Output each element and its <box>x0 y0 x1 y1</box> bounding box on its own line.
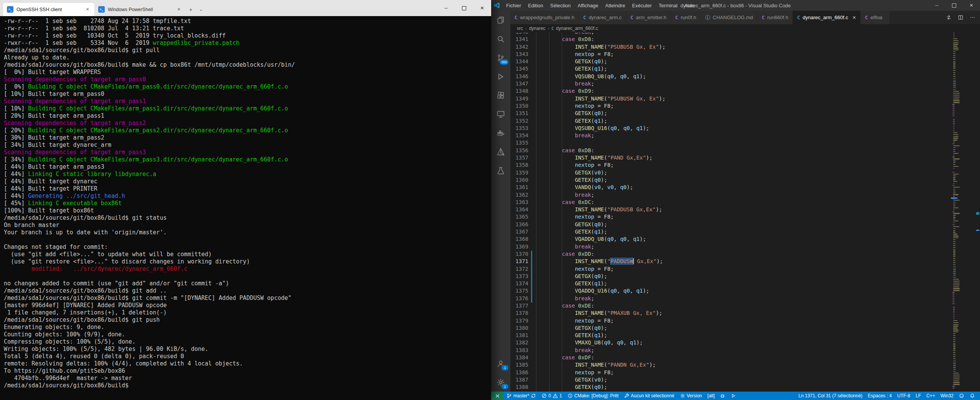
terminal-line: Scanning dependencies of target arm_pass… <box>4 149 491 156</box>
activity-item-source-control[interactable]: 360 <box>491 48 510 67</box>
code-editor[interactable]: 1340 break;1341 case 0xD8:1342 INST_NAME… <box>510 33 980 392</box>
status-branch-status[interactable]: master* <box>504 392 539 400</box>
overview-ruler[interactable] <box>975 33 980 392</box>
activity-item-accounts[interactable]: 1 <box>491 354 510 373</box>
tab-run0f-h[interactable]: Crun0f.h <box>671 11 701 24</box>
activity-item-testing[interactable] <box>491 161 510 180</box>
menu-item-terminal[interactable]: Terminal <box>655 0 681 11</box>
minimize-button[interactable]: ─ <box>928 0 945 11</box>
menu-item-excuter[interactable]: Exécuter <box>629 0 655 11</box>
code-line: 1366 GETGX(q0); <box>510 221 949 229</box>
tab-elfloa[interactable]: Celfloa <box>861 11 890 24</box>
code-line: 1344 GETGX(q0); <box>510 58 949 66</box>
minimize-button[interactable]: ─ <box>437 0 455 16</box>
breadcrumb-item[interactable]: dynarec <box>529 26 546 31</box>
tab-arm-emitter-h[interactable]: Carm_emitter.h <box>626 11 671 24</box>
code-line: 1357 INST_NAME("PAND Gx,Ex"); <box>510 155 949 162</box>
status-language-mode[interactable]: C++ <box>924 392 938 400</box>
code-line: 1369 break; <box>510 244 949 251</box>
new-tab-button[interactable]: + <box>186 3 196 16</box>
close-button[interactable]: ✕ <box>963 0 980 11</box>
status-feedback[interactable] <box>956 392 967 400</box>
code-text: case 0xD8: <box>536 36 594 43</box>
code-line: 1359 GETGX(v0); <box>510 170 949 177</box>
minimap-line <box>953 66 955 67</box>
minimap-line <box>953 328 957 328</box>
modified-line-indicator <box>531 273 532 280</box>
activity-item-docker[interactable] <box>491 123 510 142</box>
terminal-titlebar[interactable]: >_OpenSSH SSH client✕>_Windows PowerShel… <box>0 0 491 16</box>
code-line: 1355 <box>510 140 949 147</box>
activity-bar: 36011 <box>491 11 510 392</box>
breadcrumb[interactable]: src›dynarec›Cdynarec_arm_660f.c <box>510 24 980 33</box>
minimap-line <box>953 266 956 267</box>
line-number: 1375 <box>510 288 528 295</box>
menu-item-slection[interactable]: Sélection <box>547 0 574 11</box>
maximize-button[interactable] <box>945 0 963 11</box>
menu-item-edition[interactable]: Edition <box>525 0 547 11</box>
open-changes-icon[interactable] <box>946 15 952 20</box>
status-cursor-position[interactable]: Ln 1371, Col 31 (7 sélectionné) <box>796 392 865 400</box>
close-tab-button[interactable]: ✕ <box>852 15 856 20</box>
menu-item-fichier[interactable]: Fichier <box>503 0 525 11</box>
tab-run660f-h[interactable]: Crun660f.h <box>757 11 793 24</box>
close-tab-button[interactable]: ✕ <box>84 7 91 13</box>
status-eol[interactable]: LF <box>913 392 924 400</box>
minimap-line <box>953 59 955 60</box>
file-type-icon: i <box>705 15 710 20</box>
line-number: 1359 <box>510 170 528 177</box>
activity-item-cmake[interactable] <box>491 142 510 161</box>
more-actions-icon[interactable] <box>970 15 975 20</box>
status-cmake-target[interactable]: [all] <box>705 392 718 400</box>
modified-line-indicator <box>531 251 532 258</box>
minimap-line <box>953 254 955 255</box>
breadcrumb-item[interactable]: src <box>517 26 523 31</box>
play-icon <box>731 393 736 398</box>
status-platform[interactable]: Win32 <box>938 392 956 400</box>
tab-dynarec-arm-c[interactable]: Cdynarec_arm.c <box>579 11 626 24</box>
minimap[interactable] <box>950 33 975 392</box>
activity-item-search[interactable] <box>491 30 510 48</box>
close-tab-button[interactable]: ✕ <box>176 7 182 13</box>
tab-dropdown-button[interactable]: ⌄ <box>196 3 206 16</box>
terminal-tab[interactable]: >_OpenSSH SSH client✕ <box>3 3 94 16</box>
status-problems[interactable]: 01 <box>539 392 564 400</box>
code-line: 1354 break; <box>510 132 949 140</box>
close-button[interactable]: ✕ <box>473 0 491 16</box>
testing-icon <box>496 166 505 175</box>
activity-item-remote-explorer[interactable] <box>491 105 510 123</box>
vscode-window: FichierEditionSélectionAffichageAtteindr… <box>491 0 980 400</box>
tab-CHANGELOG-md[interactable]: iCHANGELOG.md <box>701 11 758 24</box>
terminal-output[interactable]: -rw-r--r-- 1 seb seb 2748 Aug 24 17:58 t… <box>0 16 491 389</box>
activity-item-settings[interactable]: 1 <box>491 373 510 392</box>
minimap-line <box>953 213 960 214</box>
maximize-button[interactable] <box>455 0 473 16</box>
code-line: 1348 case 0xD9: <box>510 88 949 95</box>
menu-item-atteindre[interactable]: Atteindre <box>602 0 629 11</box>
split-editor-icon[interactable] <box>958 15 964 20</box>
activity-item-run-debug[interactable] <box>491 67 510 86</box>
status-indentation[interactable]: Espaces : 4 <box>865 392 895 400</box>
minimap-line <box>953 250 955 251</box>
status-cmake-status[interactable]: CMake: [Debug]: Prêt <box>565 392 621 400</box>
status-cmake-launch[interactable] <box>728 392 739 400</box>
status-cmake-kit[interactable]: Aucun kit sélectionné <box>621 392 677 400</box>
activity-item-extensions[interactable] <box>491 86 510 105</box>
status-cmake-debug[interactable] <box>717 392 728 400</box>
activity-item-explorer[interactable] <box>491 11 510 30</box>
tab-wrappedgnutls-private-h[interactable]: Cwrappedgnutls_private.h <box>510 11 579 24</box>
menu-item-affichage[interactable]: Affichage <box>574 0 602 11</box>
vscode-titlebar: FichierEditionSélectionAffichageAtteindr… <box>491 0 980 11</box>
status-encoding[interactable]: UTF-8 <box>894 392 913 400</box>
status-notifications[interactable] <box>967 392 978 400</box>
terminal-tab[interactable]: >_Windows PowerShell✕ <box>94 3 186 16</box>
tab-dynarec-arm-660f-c[interactable]: Cdynarec_arm_660f.c✕ <box>793 11 861 24</box>
breadcrumb-item[interactable]: dynarec_arm_660f.c <box>556 26 598 31</box>
remote-indicator[interactable] <box>491 392 504 400</box>
chevron-right-icon: › <box>548 26 549 31</box>
line-number: 1353 <box>510 125 528 132</box>
minimap-line <box>953 57 955 58</box>
status-cmake-build[interactable]: Version <box>677 392 705 400</box>
code-text: break; <box>536 33 594 36</box>
status-text: Espaces : 4 <box>868 393 892 398</box>
